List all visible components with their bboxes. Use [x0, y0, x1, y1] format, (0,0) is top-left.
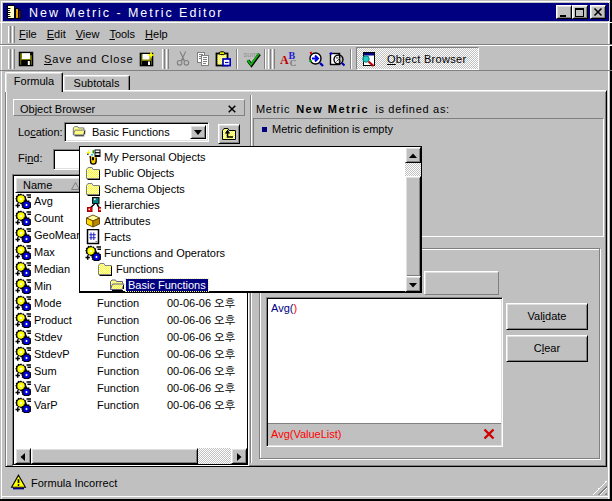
toolbar-grip[interactable]: [268, 49, 275, 69]
status-bar: Formula Incorrect: [3, 470, 609, 497]
menu-edit[interactable]: Edit: [42, 25, 71, 43]
spelling-button[interactable]: [280, 50, 298, 68]
dropdown-item-label: Functions and Operators: [104, 247, 225, 259]
horizontal-scrollbar[interactable]: [15, 448, 247, 464]
dropdown-item-attributes[interactable]: Attributes: [80, 213, 404, 229]
dropdown-item-schema-objects[interactable]: Schema Objects: [80, 181, 404, 197]
clear-button[interactable]: Clear: [506, 335, 588, 362]
object-name: Min: [34, 280, 52, 292]
toolbar-grip[interactable]: [8, 49, 15, 69]
scroll-left-button[interactable]: [15, 448, 31, 464]
menu-bar: File Edit View Tools Help: [0, 22, 612, 45]
scrollbar-thumb[interactable]: [31, 448, 198, 464]
toolbar-grip[interactable]: [162, 49, 169, 69]
function-icon: [15, 295, 31, 311]
up-one-level-button[interactable]: [218, 124, 240, 144]
object-name: Median: [34, 263, 70, 275]
resize-grip[interactable]: [592, 480, 607, 495]
zoom-button[interactable]: [308, 51, 324, 67]
object-row-sum[interactable]: SumFunction00-06-06 오후: [15, 363, 247, 380]
dropdown-item-basic-functions[interactable]: Basic Functions: [80, 277, 404, 293]
dropdown-item-hierarchies[interactable]: Hierarchies: [80, 197, 404, 213]
toolbar-separator: [236, 49, 238, 69]
folder-icon: [97, 261, 113, 277]
object-modified-date: 00-06-06 오후: [167, 297, 235, 311]
location-combobox[interactable]: Basic Functions: [64, 122, 209, 142]
menu-tools[interactable]: Tools: [104, 25, 140, 43]
dropdown-item-facts[interactable]: Facts: [80, 229, 404, 245]
formula-editor[interactable]: Avg() Avg(ValueList): [266, 297, 503, 447]
minimize-button[interactable]: [556, 5, 572, 19]
paste-button[interactable]: [215, 51, 231, 67]
save-as-button[interactable]: [139, 51, 155, 67]
folder-up-icon: [221, 126, 237, 142]
function-icon: [15, 193, 31, 209]
dropdown-item-label: Functions: [116, 263, 164, 275]
dropdown-scrollbar[interactable]: [405, 147, 421, 292]
validate-toolbar-button[interactable]: [243, 50, 261, 68]
object-modified-date: 00-06-06 오후: [167, 365, 235, 379]
object-row-var[interactable]: VarFunction00-06-06 오후: [15, 380, 247, 397]
formula-mini-tab[interactable]: [424, 271, 499, 295]
menu-file[interactable]: File: [14, 25, 42, 43]
zoom-page-icon: [329, 51, 345, 67]
object-browser-panel-title: Object Browser: [20, 103, 95, 115]
dropdown-item-my-personal-objects[interactable]: My Personal Objects: [80, 149, 404, 165]
tab-subtotals[interactable]: Subtotals: [63, 75, 130, 90]
save-icon: [18, 51, 34, 67]
definition-empty-text: Metric definition is empty: [272, 123, 393, 135]
arrow-up-icon: [409, 152, 417, 160]
dropdown-item-public-objects[interactable]: Public Objects: [80, 165, 404, 181]
panel-close-button[interactable]: [225, 103, 238, 114]
object-modified-date: 00-06-06 오후: [167, 331, 235, 345]
formula-text: Avg(): [271, 302, 297, 314]
preview-button[interactable]: [329, 51, 345, 67]
object-name: Stdev: [34, 331, 62, 343]
save-and-close-label: Save and Close: [39, 53, 134, 65]
menu-help[interactable]: Help: [140, 25, 173, 43]
formula-status-strip: Avg(ValueList): [268, 423, 501, 445]
cut-button[interactable]: [175, 51, 191, 67]
metric-defined-as-label: MetricNew Metricis defined as:: [256, 103, 450, 115]
close-button[interactable]: [590, 5, 606, 19]
object-row-stdev[interactable]: StdevFunction00-06-06 오후: [15, 329, 247, 346]
spelling-abc-icon: [280, 50, 298, 68]
personal-objects-icon: [85, 149, 101, 165]
arrow-right-icon: [235, 453, 243, 461]
object-type: Function: [97, 297, 139, 309]
scroll-up-button[interactable]: [405, 147, 421, 163]
zoom-go-icon: [308, 51, 324, 67]
object-name: Var: [34, 382, 50, 394]
dropdown-item-label: My Personal Objects: [104, 151, 205, 163]
object-type: Function: [97, 348, 139, 360]
object-name: StdevP: [34, 348, 69, 360]
tab-strip: Formula Subtotals: [3, 71, 609, 90]
scrollbar-thumb[interactable]: [405, 176, 421, 277]
scroll-down-button[interactable]: [405, 276, 421, 292]
object-type: Function: [97, 399, 139, 411]
metric-word: Metric: [256, 103, 290, 115]
location-dropdown-list: My Personal ObjectsPublic ObjectsSchema …: [79, 146, 422, 293]
menu-view[interactable]: View: [71, 25, 105, 43]
tab-formula[interactable]: Formula: [5, 72, 63, 92]
combobox-dropdown-button[interactable]: [190, 125, 206, 139]
function-icon: [15, 312, 31, 328]
window-frame: [1, 1, 611, 2]
paste-icon: [215, 51, 231, 67]
definition-bullet: [262, 127, 267, 132]
object-browser-toggle-button[interactable]: Object Browser: [356, 47, 479, 70]
object-row-stdevp[interactable]: StdevPFunction00-06-06 오후: [15, 346, 247, 363]
maximize-button[interactable]: [572, 5, 588, 19]
copy-button[interactable]: [195, 51, 211, 67]
close-icon: [228, 105, 236, 113]
save-and-close-button[interactable]: Save and Close: [18, 47, 134, 71]
object-type: Function: [97, 331, 139, 343]
object-row-varp[interactable]: VarPFunction00-06-06 오후: [15, 397, 247, 414]
dropdown-item-functions[interactable]: Functions: [80, 261, 404, 277]
scroll-right-button[interactable]: [231, 448, 247, 464]
object-row-mode[interactable]: ModeFunction00-06-06 오후: [15, 295, 247, 312]
dropdown-item-functions-and-operators[interactable]: Functions and Operators: [80, 245, 404, 261]
object-modified-date: 00-06-06 오후: [167, 348, 235, 362]
object-row-product[interactable]: ProductFunction00-06-06 오후: [15, 312, 247, 329]
validate-button[interactable]: Validate: [506, 303, 588, 330]
